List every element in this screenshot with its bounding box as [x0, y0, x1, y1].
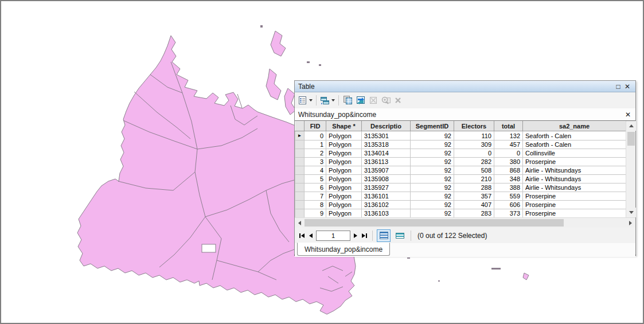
cell-total[interactable]: 380 [494, 158, 523, 166]
cell-shape[interactable]: Polygon [326, 209, 362, 218]
cell-segmentid[interactable]: 92 [411, 175, 454, 184]
cell-electors[interactable]: 309 [454, 140, 494, 149]
cell-electors[interactable]: 0 [454, 149, 494, 158]
cell-shape[interactable]: Polygon [326, 166, 362, 175]
cell-segmentid[interactable]: 92 [411, 192, 454, 201]
row-selector[interactable] [295, 166, 305, 175]
cell-shape[interactable]: Polygon [326, 201, 362, 209]
cell-segmentid[interactable]: 92 [411, 184, 454, 192]
cell-descriptio[interactable]: 3136113 [362, 158, 411, 166]
cell-sa2_name[interactable]: Proserpine [523, 192, 626, 201]
row-selector[interactable]: ► [295, 131, 305, 140]
cell-descriptio[interactable]: 3136101 [362, 192, 411, 201]
cell-fid[interactable]: 3 [305, 158, 326, 166]
current-record-input[interactable] [316, 231, 350, 241]
cell-shape[interactable]: Polygon [326, 131, 362, 140]
cell-shape[interactable]: Polygon [326, 184, 362, 192]
cell-shape[interactable]: Polygon [326, 149, 362, 158]
horizontal-scrollbar[interactable] [295, 217, 635, 228]
show-all-records-button[interactable] [377, 229, 391, 242]
vertical-scroll-track[interactable] [626, 131, 635, 208]
cell-segmentid[interactable]: 92 [411, 140, 454, 149]
close-table-tab-button[interactable]: ✕ [624, 111, 632, 119]
first-record-button[interactable] [298, 232, 306, 239]
table-window-titlebar[interactable]: Table □ ✕ [295, 81, 635, 92]
vertical-scrollbar[interactable] [626, 121, 635, 217]
row-selector[interactable] [295, 201, 305, 209]
row-selector[interactable] [295, 149, 305, 158]
cell-descriptio[interactable]: 3135908 [362, 175, 411, 184]
horizontal-scroll-track[interactable] [305, 218, 626, 228]
row-selector[interactable] [295, 140, 305, 149]
cell-fid[interactable]: 0 [305, 131, 326, 140]
cell-descriptio[interactable]: 3135318 [362, 140, 411, 149]
cell-descriptio[interactable]: 3135927 [362, 184, 411, 192]
cell-fid[interactable]: 1 [305, 140, 326, 149]
cell-segmentid[interactable]: 92 [411, 209, 454, 218]
cell-segmentid[interactable]: 92 [411, 131, 454, 140]
cell-electors[interactable]: 357 [454, 192, 494, 201]
cell-fid[interactable]: 6 [305, 184, 326, 192]
cell-electors[interactable]: 110 [454, 131, 494, 140]
cell-descriptio[interactable]: 3134014 [362, 149, 411, 158]
cell-descriptio[interactable]: 3136102 [362, 201, 411, 209]
cell-segmentid[interactable]: 92 [411, 158, 454, 166]
cell-electors[interactable]: 282 [454, 158, 494, 166]
row-selector[interactable] [295, 175, 305, 184]
cell-sa2_name[interactable]: Proserpine [523, 158, 626, 166]
table-options-button[interactable] [297, 94, 314, 107]
cell-sa2_name[interactable]: Seaforth - Calen [523, 140, 626, 149]
cell-total[interactable]: 0 [494, 149, 523, 158]
cell-electors[interactable]: 288 [454, 184, 494, 192]
cell-total[interactable]: 373 [494, 209, 523, 218]
previous-record-button[interactable] [308, 232, 314, 239]
cell-shape[interactable]: Polygon [326, 140, 362, 149]
cell-segmentid[interactable]: 92 [411, 149, 454, 158]
row-selector[interactable] [295, 184, 305, 192]
cell-total[interactable]: 559 [494, 192, 523, 201]
cell-sa2_name[interactable]: Proserpine [523, 201, 626, 209]
cell-shape[interactable]: Polygon [326, 192, 362, 201]
last-record-button[interactable] [361, 232, 368, 239]
cell-fid[interactable]: 2 [305, 149, 326, 158]
cell-sa2_name[interactable]: Collinsville [523, 149, 626, 158]
cell-total[interactable]: 606 [494, 201, 523, 209]
row-selector[interactable] [295, 209, 305, 218]
next-record-button[interactable] [353, 232, 358, 239]
cell-descriptio[interactable]: 3135907 [362, 166, 411, 175]
cell-sa2_name[interactable]: Proserpine [523, 209, 626, 218]
cell-total[interactable]: 348 [494, 175, 523, 184]
select-by-attributes-button[interactable] [341, 94, 354, 107]
cell-shape[interactable]: Polygon [326, 175, 362, 184]
cell-fid[interactable]: 4 [305, 166, 326, 175]
cell-descriptio[interactable]: 3136103 [362, 209, 411, 218]
scroll-left-button[interactable] [295, 218, 305, 228]
maximize-button[interactable]: □ [614, 81, 623, 92]
cell-total[interactable]: 388 [494, 184, 523, 192]
row-selector[interactable] [295, 158, 305, 166]
scroll-up-button[interactable] [626, 121, 636, 131]
cell-shape[interactable]: Polygon [326, 158, 362, 166]
related-tables-button[interactable] [319, 94, 336, 107]
close-button[interactable]: ✕ [623, 81, 632, 92]
cell-fid[interactable]: 5 [305, 175, 326, 184]
cell-segmentid[interactable]: 92 [411, 166, 454, 175]
cell-electors[interactable]: 407 [454, 201, 494, 209]
column-header-total[interactable]: total [494, 122, 523, 131]
cell-segmentid[interactable]: 92 [411, 201, 454, 209]
cell-fid[interactable]: 8 [305, 201, 326, 209]
column-header-segmentid[interactable]: SegmentID [411, 122, 454, 131]
scroll-right-button[interactable] [626, 218, 635, 228]
cell-sa2_name[interactable]: Airlie - Whitsundays [523, 166, 626, 175]
cell-electors[interactable]: 283 [454, 209, 494, 218]
cell-sa2_name[interactable]: Airlie - Whitsundays [523, 184, 626, 192]
column-header-fid[interactable]: FID [305, 122, 326, 131]
cell-electors[interactable]: 508 [454, 166, 494, 175]
cell-electors[interactable]: 210 [454, 175, 494, 184]
cell-descriptio[interactable]: 3135301 [362, 131, 411, 140]
cell-total[interactable]: 868 [494, 166, 523, 175]
table-tab-whitsunday[interactable]: Whitsunday_pop&income [297, 243, 390, 256]
column-header-sa2_name[interactable]: sa2_name [523, 122, 626, 131]
show-selected-records-button[interactable] [393, 229, 407, 242]
column-header-descriptio[interactable]: Descriptio [362, 122, 411, 131]
